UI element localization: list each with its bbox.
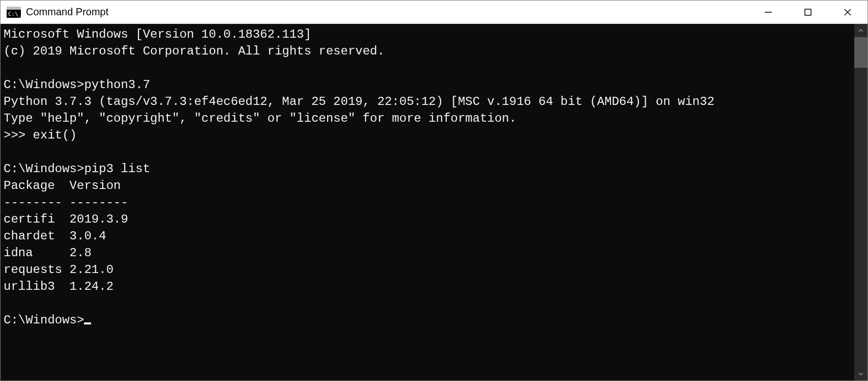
- titlebar[interactable]: C:\_ Command Prompt: [1, 1, 867, 24]
- window-title: Command Prompt: [26, 6, 748, 18]
- scroll-thumb[interactable]: [854, 37, 867, 68]
- terminal-line: Microsoft Windows [Version 10.0.18362.11…: [4, 26, 854, 43]
- scroll-down-arrow-icon[interactable]: [854, 367, 867, 380]
- terminal-line: >>> exit(): [4, 127, 854, 144]
- terminal-output[interactable]: Microsoft Windows [Version 10.0.18362.11…: [1, 24, 854, 380]
- terminal-line: idna 2.8: [4, 244, 854, 261]
- terminal-line: C:\Windows>: [4, 312, 854, 329]
- close-button[interactable]: [828, 1, 867, 23]
- terminal-line: C:\Windows>python3.7: [4, 76, 854, 93]
- terminal-line: certifi 2019.3.9: [4, 211, 854, 228]
- window-controls: [748, 1, 867, 23]
- minimize-button[interactable]: [748, 1, 788, 23]
- svg-rect-4: [805, 9, 811, 15]
- terminal-line: chardet 3.0.4: [4, 228, 854, 244]
- cursor-icon: [84, 322, 91, 324]
- terminal-line: requests 2.21.0: [4, 261, 854, 278]
- terminal-line: Type "help", "copyright", "credits" or "…: [4, 110, 854, 127]
- maximize-button[interactable]: [788, 1, 828, 23]
- terminal-line: Package Version: [4, 177, 854, 194]
- scroll-up-arrow-icon[interactable]: [854, 24, 867, 37]
- client-area: Microsoft Windows [Version 10.0.18362.11…: [1, 24, 867, 380]
- terminal-line: [4, 144, 854, 160]
- terminal-line: C:\Windows>pip3 list: [4, 160, 854, 177]
- svg-rect-1: [7, 7, 21, 10]
- terminal-line: [4, 60, 854, 76]
- terminal-line: [4, 295, 854, 312]
- terminal-line: urllib3 1.24.2: [4, 278, 854, 295]
- terminal-line: -------- --------: [4, 194, 854, 211]
- terminal-line: Python 3.7.3 (tags/v3.7.3:ef4ec6ed12, Ma…: [4, 93, 854, 110]
- terminal-line: (c) 2019 Microsoft Corporation. All righ…: [4, 43, 854, 60]
- app-icon: C:\_: [7, 7, 21, 18]
- svg-text:C:\_: C:\_: [8, 11, 21, 17]
- vertical-scrollbar[interactable]: [854, 24, 867, 380]
- command-prompt-window: C:\_ Command Prompt Microsoft Windows [V…: [0, 0, 868, 381]
